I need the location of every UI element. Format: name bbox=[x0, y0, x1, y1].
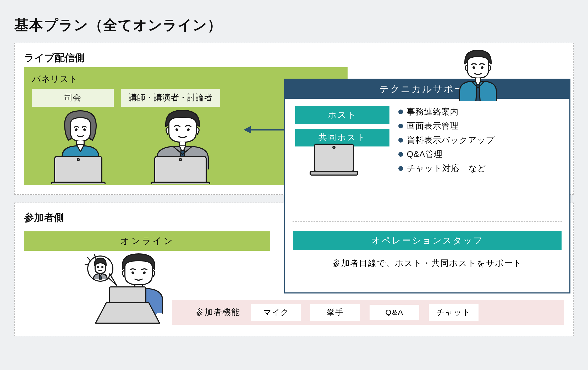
operation-staff-desc: 参加者目線で、ホスト・共同ホストをサポート bbox=[293, 258, 562, 269]
svg-point-6 bbox=[188, 129, 189, 130]
tech-header: テクニカルサポート bbox=[285, 80, 569, 99]
tech-bullet: Q&A管理 bbox=[398, 149, 495, 160]
speaker-illustration-icon bbox=[141, 108, 224, 184]
participant-illustration-icon bbox=[83, 253, 177, 329]
role-chip-mc: 司会 bbox=[32, 89, 114, 107]
tech-support-person-icon bbox=[454, 49, 502, 101]
tech-bullet: 画面表示管理 bbox=[398, 120, 495, 132]
svg-point-13 bbox=[132, 272, 134, 274]
technical-support-box: テクニカルサポート ホスト 共同ホスト 事務連絡案内 画面表示管理 資料表示バッ… bbox=[284, 79, 570, 293]
feature-chip-raisehand: 挙手 bbox=[310, 304, 360, 321]
feature-chip-mic: マイク bbox=[251, 304, 301, 321]
tech-bullet: 資料表示バックアップ bbox=[398, 134, 495, 146]
operation-staff-chip: オペレーションスタッフ bbox=[293, 231, 562, 250]
moderator-illustration-icon bbox=[44, 108, 117, 184]
feature-chip-qa: Q&A bbox=[370, 305, 419, 320]
svg-point-14 bbox=[144, 272, 145, 274]
tech-bullet: チャット対応 など bbox=[398, 163, 495, 174]
svg-point-23 bbox=[333, 146, 335, 148]
tech-laptop-icon bbox=[309, 142, 358, 179]
page-title: 基本プラン（全てオンライン） bbox=[14, 16, 574, 35]
svg-marker-11 bbox=[245, 127, 250, 132]
svg-point-20 bbox=[102, 266, 103, 268]
svg-rect-8 bbox=[151, 182, 210, 184]
svg-point-25 bbox=[481, 67, 483, 68]
svg-point-19 bbox=[98, 266, 99, 268]
tech-bullet: 事務連絡案内 bbox=[398, 106, 495, 118]
feature-label: 参加者機能 bbox=[196, 307, 240, 318]
host-chip: ホスト bbox=[295, 106, 389, 124]
tech-bullet-list: 事務連絡案内 画面表示管理 資料表示バックアップ Q&A管理 チャット対応 など bbox=[398, 106, 495, 177]
online-chip: オンライン bbox=[24, 231, 270, 251]
svg-point-1 bbox=[84, 129, 85, 130]
role-chip-speaker: 講師・講演者・討論者 bbox=[121, 89, 220, 107]
svg-rect-22 bbox=[310, 171, 358, 175]
svg-point-5 bbox=[176, 129, 178, 130]
svg-point-4 bbox=[77, 159, 79, 161]
participant-feature-bar: 参加者機能 マイク 挙手 Q&A チャット bbox=[172, 300, 564, 325]
svg-rect-17 bbox=[109, 287, 146, 303]
svg-point-9 bbox=[179, 159, 182, 161]
feature-chip-chat: チャット bbox=[429, 304, 479, 321]
tech-divider bbox=[293, 221, 562, 222]
svg-point-0 bbox=[75, 129, 77, 130]
svg-point-24 bbox=[473, 67, 475, 68]
svg-rect-3 bbox=[52, 182, 105, 184]
